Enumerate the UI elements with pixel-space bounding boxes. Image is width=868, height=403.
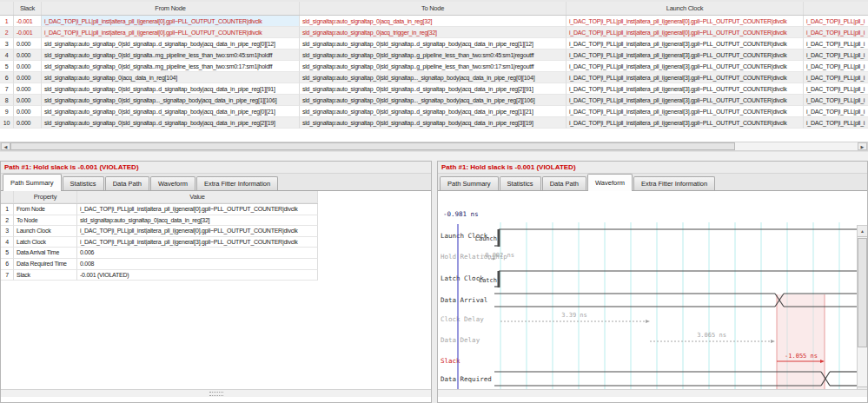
waveform-vertical-scrollbar[interactable]: ▲ ▼ xyxy=(857,225,867,397)
property-cell: Data Arrival Time xyxy=(14,248,77,259)
col-header-index[interactable] xyxy=(0,2,14,15)
property-cell: To Node xyxy=(14,215,77,227)
row-number: 8 xyxy=(0,95,14,106)
scroll-up-icon[interactable]: ▲ xyxy=(858,226,867,237)
table-row[interactable]: 6 0.000 sld_signaltap:auto_signaltap_0|a… xyxy=(0,72,868,83)
to-node-cell: sld_signaltap:auto_signaltap_0|sld_signa… xyxy=(300,38,567,50)
hold-relationship-value: -0.002 ns xyxy=(481,252,514,259)
property-cell: Data Required Time xyxy=(14,259,77,270)
latch-clock-cell: i_DAC_TOP|i_PLL|pll_i xyxy=(804,38,868,50)
latch-clock-cell: i_DAC_TOP|i_PLL|pll_i xyxy=(804,50,868,61)
from-node-cell: sld_signaltap:auto_signaltap_0|sld_signa… xyxy=(42,38,300,50)
from-node-cell: sld_signaltap:auto_signaltap_0|sld_signa… xyxy=(42,95,300,106)
bottom-scrollbar-track[interactable] xyxy=(438,389,867,397)
data-delay-value: 3.065 ns xyxy=(697,332,726,339)
property-column-header[interactable]: Property xyxy=(14,191,77,203)
scroll-left-icon[interactable]: ◀ xyxy=(1,142,10,150)
tab-data-path[interactable]: Data Path xyxy=(105,176,149,190)
latch-clock-cell: i_DAC_TOP|i_PLL|pll_i xyxy=(804,117,868,129)
latch-clock-cell: i_DAC_TOP|i_PLL|pll_i xyxy=(804,61,868,72)
latch-clock-cell: i_DAC_TOP|i_PLL|pll_i xyxy=(804,83,868,95)
table-row[interactable]: 4 0.000 sld_signaltap:auto_signaltap_0|s… xyxy=(0,50,868,61)
table-row[interactable]: 8 0.000 sld_signaltap:auto_signaltap_0|s… xyxy=(0,95,868,106)
table-row[interactable]: 1 From Node i_DAC_TOP|i_PLL|pll_inst|alt… xyxy=(1,204,318,215)
slack-cell: 0.000 xyxy=(14,83,42,95)
latch-clock-trace xyxy=(494,271,857,287)
row-number: 3 xyxy=(0,38,14,50)
table-row[interactable]: 6 Data Required Time 0.008 xyxy=(1,259,318,270)
latch-clock-cell: i_DAC_TOP|i_PLL|pll_i xyxy=(804,106,868,117)
latch-clock-cell: i_DAC_TOP|i_PLL|pll_i xyxy=(804,95,868,106)
value-cell: -0.001 (VIOLATED) xyxy=(77,270,318,281)
table-row[interactable]: 3 0.000 sld_signaltap:auto_signaltap_0|s… xyxy=(0,38,868,50)
path-header: Path #1: Hold slack is -0.001 (VIOLATED) xyxy=(1,162,431,174)
row-number: 3 xyxy=(1,226,14,237)
scrollbar-thumb[interactable] xyxy=(858,238,867,347)
slack-cell: 0.000 xyxy=(14,72,42,83)
launch-clock-cell: i_DAC_TOP|i_PLL|pll_inst|altera_pll_i|ge… xyxy=(567,106,804,117)
row-number: 7 xyxy=(0,83,14,95)
col-header-to-node[interactable]: To Node xyxy=(300,2,567,15)
row-number: 5 xyxy=(0,61,14,72)
table-row[interactable]: 2 To Node sld_signaltap:auto_signaltap_0… xyxy=(1,215,318,227)
value-column-header[interactable]: Value xyxy=(77,191,318,203)
grid-horizontal-scrollbar[interactable]: ◀ ▶ xyxy=(0,142,868,151)
row-number: 2 xyxy=(0,27,14,38)
value-cell: sld_signaltap:auto_signaltap_0|acq_data_… xyxy=(77,215,318,227)
value-cell: i_DAC_TOP|i_PLL|pll_inst|altera_pll_i|ge… xyxy=(77,226,318,237)
property-table-header: Property Value xyxy=(1,191,318,204)
slack-value: -1.055 ns xyxy=(785,353,818,360)
tab-waveform[interactable]: Waveform xyxy=(587,174,633,191)
launch-clock-cell: i_DAC_TOP|i_PLL|pll_inst|altera_pll_i|ge… xyxy=(567,27,804,38)
tab-data-path[interactable]: Data Path xyxy=(542,176,586,190)
row-number: 4 xyxy=(0,50,14,61)
from-node-cell: i_DAC_TOP|i_PLL|pll_inst|altera_pll_i|ge… xyxy=(42,16,300,27)
table-row[interactable]: 4 Latch Clock i_DAC_TOP|i_PLL|pll_inst|a… xyxy=(1,237,318,248)
table-row[interactable]: 2 -0.001 i_DAC_TOP|i_PLL|pll_inst|altera… xyxy=(0,27,868,38)
tab-waveform[interactable]: Waveform xyxy=(150,176,195,190)
path-summary-panel: Path #1: Hold slack is -0.001 (VIOLATED)… xyxy=(0,161,432,403)
scroll-right-icon[interactable]: ▶ xyxy=(858,142,867,150)
col-header-launch-clock[interactable]: Launch Clock xyxy=(567,2,804,15)
tab-statistics[interactable]: Statistics xyxy=(63,176,104,190)
tab-extra-fitter-information[interactable]: Extra Fitter Information xyxy=(633,176,715,190)
col-header-slack[interactable]: Slack xyxy=(14,2,42,15)
table-row[interactable]: 3 Launch Clock i_DAC_TOP|i_PLL|pll_inst|… xyxy=(1,226,318,237)
from-node-cell: sld_signaltap:auto_signaltap_0|sld_signa… xyxy=(42,117,300,129)
table-row[interactable]: 5 0.000 sld_signaltap:auto_signaltap_0|s… xyxy=(0,61,868,72)
tab-path-summary[interactable]: Path Summary xyxy=(440,176,499,190)
to-node-cell: sld_signaltap:auto_signaltap_0|sld_signa… xyxy=(300,61,567,72)
col-header-from-node[interactable]: From Node xyxy=(42,2,300,15)
table-row[interactable]: 7 0.000 sld_signaltap:auto_signaltap_0|s… xyxy=(0,83,868,95)
table-row[interactable]: 1 -0.001 i_DAC_TOP|i_PLL|pll_inst|altera… xyxy=(0,16,868,27)
table-row[interactable]: 7 Slack -0.001 (VIOLATED) xyxy=(1,270,318,281)
from-node-cell: sld_signaltap:auto_signaltap_0|sld_signa… xyxy=(42,61,300,72)
slack-cell: 0.000 xyxy=(14,61,42,72)
from-node-cell: i_DAC_TOP|i_PLL|pll_inst|altera_pll_i|ge… xyxy=(42,27,300,38)
launch-clock-cell: i_DAC_TOP|i_PLL|pll_inst|altera_pll_i|ge… xyxy=(567,16,804,27)
value-cell: 0.008 xyxy=(77,259,318,270)
tab-statistics[interactable]: Statistics xyxy=(500,176,541,190)
property-cell: Slack xyxy=(14,270,77,281)
table-row[interactable]: 5 Data Arrival Time 0.006 xyxy=(1,248,318,259)
bottom-scrollbar-track[interactable] xyxy=(1,389,431,397)
table-row[interactable]: 10 0.000 sld_signaltap:auto_signaltap_0|… xyxy=(0,117,868,129)
row-number: 1 xyxy=(1,204,14,215)
scrollbar-thumb[interactable] xyxy=(10,142,735,150)
slack-cell: -0.001 xyxy=(14,27,42,38)
from-node-cell: sld_signaltap:auto_signaltap_0|acq_data_… xyxy=(42,72,300,83)
to-node-cell: sld_signaltap:auto_signaltap_0|acq_trigg… xyxy=(300,27,567,38)
slack-cell: 0.000 xyxy=(14,117,42,129)
to-node-cell: sld_signaltap:auto_signaltap_0|sld_signa… xyxy=(300,106,567,117)
resize-grip[interactable] xyxy=(209,392,223,396)
tab-path-summary[interactable]: Path Summary xyxy=(3,174,62,191)
col-header-latch-clock[interactable] xyxy=(804,2,868,15)
from-node-cell: sld_signaltap:auto_signaltap_0|sld_signa… xyxy=(42,83,300,95)
waveform-plot: Launch -0.002 ns Latch 3.39 ns xyxy=(438,196,867,397)
to-node-cell: sld_signaltap:auto_signaltap_0|sld_signa… xyxy=(300,117,567,129)
to-node-cell: sld_signaltap:auto_signaltap_0|sld_signa… xyxy=(300,95,567,106)
property-cell: Launch Clock xyxy=(14,226,77,237)
tab-extra-fitter-information[interactable]: Extra Fitter Information xyxy=(196,176,278,190)
property-cell: Latch Clock xyxy=(14,237,77,248)
table-row[interactable]: 9 0.000 sld_signaltap:auto_signaltap_0|s… xyxy=(0,106,868,117)
